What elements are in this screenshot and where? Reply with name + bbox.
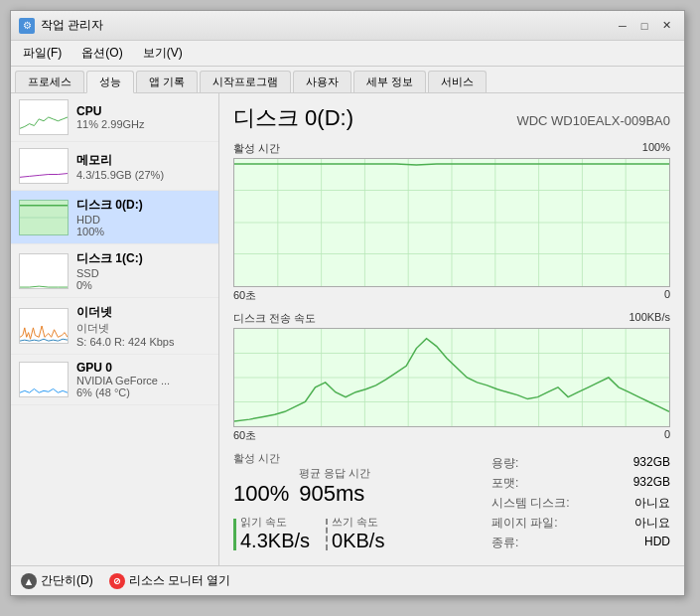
chart1-right: 100%	[642, 141, 670, 156]
title-bar: ⚙ 작업 관리자 ─ □ ✕	[11, 11, 684, 41]
transfer-speed-section: 디스크 전송 속도 100KB/s	[233, 311, 670, 443]
shortcut-label: 간단히(D)	[41, 572, 93, 589]
active-time-stat: 활성 시간 100% 평균 응답 시간 905ms	[233, 451, 384, 552]
ethernet-speed: S: 64.0 R: 424 Kbps	[76, 336, 210, 348]
close-button[interactable]: ✕	[656, 17, 676, 35]
disk1-label: 디스크 1(C:)	[76, 250, 210, 267]
sidebar-item-disk0[interactable]: 디스크 0(D:) HDD 100%	[11, 191, 218, 244]
read-label: 읽기 속도	[240, 515, 310, 530]
chart1-bottom-labels: 60초 0	[233, 288, 670, 303]
tab-services[interactable]: 서비스	[428, 71, 487, 92]
tab-applog[interactable]: 앱 기록	[136, 71, 198, 92]
disk-model: WDC WD10EALX-009BA0	[516, 113, 670, 128]
disk0-thumbnail	[19, 200, 69, 235]
menu-options[interactable]: 옵션(O)	[73, 43, 130, 64]
sidebar-item-disk1[interactable]: 디스크 1(C:) SSD 0%	[11, 244, 218, 298]
sidebar-item-ethernet[interactable]: 이더넷 이더넷 S: 64.0 R: 424 Kbps	[11, 298, 218, 355]
read-info: 읽기 속도 4.3KB/s	[240, 515, 310, 552]
cpu-thumbnail	[19, 99, 69, 135]
content-area: 디스크 0(D:) WDC WD10EALX-009BA0 활성 시간 100%	[219, 93, 684, 565]
monitor-label: 리소스 모니터 열기	[129, 572, 231, 589]
system-disk-label: 시스템 디스크:	[491, 495, 570, 512]
memory-label: 메모리	[76, 152, 210, 169]
disk1-thumbnail	[19, 253, 69, 289]
task-manager-window: ⚙ 작업 관리자 ─ □ ✕ 파일(F) 옵션(O) 보기(V) 프로세스 성능…	[10, 10, 685, 596]
ethernet-type: 이더넷	[76, 321, 210, 336]
disk-header: 디스크 0(D:) WDC WD10EALX-009BA0	[233, 103, 670, 133]
gpu-thumbnail	[19, 362, 69, 397]
svg-rect-0	[20, 100, 68, 134]
tab-startup[interactable]: 시작프로그램	[200, 71, 291, 92]
tab-performance[interactable]: 성능	[86, 71, 134, 93]
ethernet-info: 이더넷 이더넷 S: 64.0 R: 424 Kbps	[76, 304, 210, 348]
capacity-value: 932GB	[633, 455, 670, 472]
ethernet-thumbnail	[19, 308, 69, 344]
disk0-type: HDD	[76, 214, 210, 226]
stop-icon: ⊘	[109, 573, 125, 589]
chart2-bottom-labels: 60초 0	[233, 428, 670, 443]
tab-bar: 프로세스 성능 앱 기록 시작프로그램 사용자 세부 정보 서비스	[11, 67, 684, 93]
memory-thumbnail	[19, 148, 69, 184]
cpu-usage: 11% 2.99GHz	[76, 118, 210, 130]
read-value: 4.3KB/s	[240, 530, 310, 552]
cpu-info: CPU 11% 2.99GHz	[76, 104, 210, 130]
type-row: 종류: HDD	[491, 535, 670, 551]
menu-file[interactable]: 파일(F)	[15, 43, 70, 64]
tab-details[interactable]: 세부 정보	[353, 71, 426, 92]
sidebar: CPU 11% 2.99GHz 메모리 4.3/15.9	[11, 93, 219, 565]
write-value: 0KB/s	[332, 530, 384, 552]
app-icon: ⚙	[19, 18, 35, 34]
left-stats: 활성 시간 100% 평균 응답 시간 905ms	[233, 451, 482, 552]
rw-row: 읽기 속도 4.3KB/s 쓰기 속도 0KB/s	[233, 515, 384, 552]
window-title: 작업 관리자	[41, 17, 613, 34]
cpu-label: CPU	[76, 104, 210, 118]
active-time-chart	[233, 158, 670, 287]
format-row: 포맷: 932GB	[491, 475, 670, 492]
monitor-item[interactable]: ⊘ 리소스 모니터 열기	[109, 572, 231, 589]
window-controls: ─ □ ✕	[613, 17, 676, 35]
read-speed-col: 읽기 속도 4.3KB/s	[233, 515, 310, 552]
capacity-row: 용량: 932GB	[491, 455, 670, 472]
sidebar-item-gpu[interactable]: GPU 0 NVIDIA GeForce ... 6% (48 °C)	[11, 355, 218, 405]
gpu-label: GPU 0	[76, 361, 210, 375]
avg-response-label: 평균 응답 시간	[299, 466, 370, 481]
sidebar-item-cpu[interactable]: CPU 11% 2.99GHz	[11, 93, 218, 142]
tab-users[interactable]: 사용자	[293, 71, 351, 92]
chart2-label: 디스크 전송 속도	[233, 311, 316, 326]
write-speed-col: 쓰기 속도 0KB/s	[326, 515, 384, 552]
gpu-model: NVIDIA GeForce ...	[76, 375, 210, 386]
tab-process[interactable]: 프로세스	[15, 71, 84, 92]
memory-usage: 4.3/15.9GB (27%)	[76, 169, 210, 181]
disk0-usage: 100%	[76, 226, 210, 237]
svg-rect-6	[20, 309, 68, 343]
shortcut-item[interactable]: ▲ 간단히(D)	[21, 572, 93, 589]
disk0-info: 디스크 0(D:) HDD 100%	[76, 197, 210, 237]
page-file-row: 페이지 파일: 아니요	[491, 515, 670, 532]
page-file-value: 아니요	[634, 515, 670, 532]
type-label: 종류:	[491, 535, 518, 551]
menu-view[interactable]: 보기(V)	[135, 43, 191, 64]
active-time-value: 100%	[233, 481, 289, 507]
minimize-button[interactable]: ─	[613, 17, 632, 35]
read-bar	[233, 519, 236, 550]
write-info: 쓰기 속도 0KB/s	[332, 515, 384, 552]
avg-response-block: 평균 응답 시간 905ms	[299, 466, 370, 507]
chart1-label-row: 활성 시간 100%	[233, 141, 670, 156]
maximize-button[interactable]: □	[634, 17, 654, 35]
avg-response-value: 905ms	[299, 481, 370, 507]
chart2-right: 100KB/s	[629, 311, 670, 326]
chart2-bottom-right: 0	[664, 428, 670, 443]
disk1-usage: 0%	[76, 279, 210, 291]
system-disk-row: 시스템 디스크: 아니요	[491, 495, 670, 512]
transfer-speed-chart	[233, 328, 670, 427]
chart2-bottom-left: 60초	[233, 428, 256, 443]
chart2-label-row: 디스크 전송 속도 100KB/s	[233, 311, 670, 326]
memory-info: 메모리 4.3/15.9GB (27%)	[76, 152, 210, 181]
menu-bar: 파일(F) 옵션(O) 보기(V)	[11, 41, 684, 67]
sidebar-item-memory[interactable]: 메모리 4.3/15.9GB (27%)	[11, 142, 218, 191]
ethernet-label: 이더넷	[76, 304, 210, 321]
system-disk-value: 아니요	[634, 495, 670, 512]
gpu-info: GPU 0 NVIDIA GeForce ... 6% (48 °C)	[76, 361, 210, 398]
gpu-usage: 6% (48 °C)	[76, 386, 210, 398]
chart1-bottom-left: 60초	[233, 288, 256, 303]
